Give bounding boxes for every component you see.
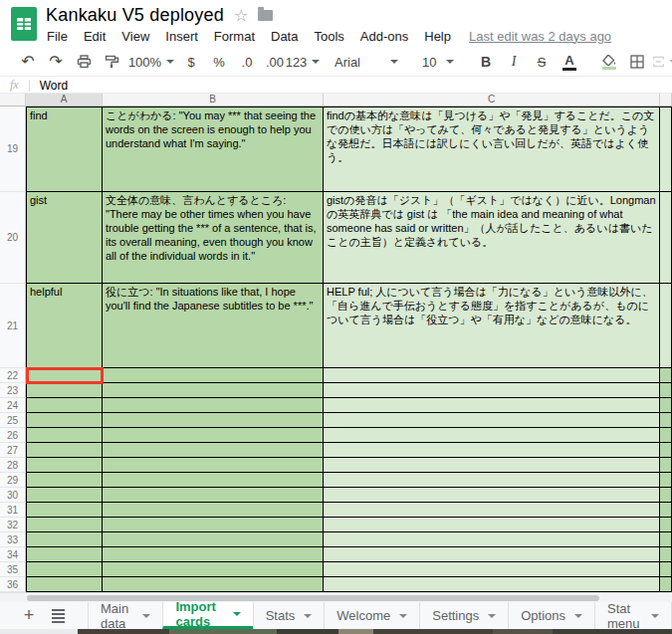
cell-note[interactable] xyxy=(324,532,660,547)
cell-d-sliver[interactable] xyxy=(660,577,672,592)
tab-import-cards[interactable]: Import cards xyxy=(162,602,252,629)
row-number[interactable]: 27 xyxy=(0,443,26,458)
sheets-logo-icon[interactable] xyxy=(11,7,37,41)
row-number[interactable]: 31 xyxy=(0,503,26,518)
cell-d-sliver[interactable] xyxy=(660,284,672,368)
row-number[interactable]: 36 xyxy=(0,577,26,592)
row-number[interactable]: 32 xyxy=(0,518,26,532)
cell-d-sliver[interactable] xyxy=(660,458,672,473)
cell-note[interactable] xyxy=(324,562,660,577)
cell-sentence[interactable] xyxy=(103,443,324,458)
cell-sentence[interactable] xyxy=(103,458,324,473)
cell-d-sliver[interactable] xyxy=(660,413,672,428)
row-number[interactable]: 29 xyxy=(0,473,26,488)
cell-d-sliver[interactable] xyxy=(660,473,672,488)
last-edit-link[interactable]: Last edit was 2 days ago xyxy=(469,29,611,44)
tab-main-data[interactable]: Main data xyxy=(88,602,162,629)
selection-box[interactable] xyxy=(26,367,104,384)
menu-tools[interactable]: Tools xyxy=(306,29,351,44)
cell-word[interactable] xyxy=(26,488,103,503)
cell-sentence[interactable] xyxy=(103,547,324,562)
cell-word[interactable] xyxy=(26,547,103,562)
cell-note[interactable] xyxy=(324,398,660,413)
cell-note[interactable] xyxy=(324,428,660,443)
cell-sentence[interactable] xyxy=(103,428,324,443)
cell-sentence[interactable] xyxy=(103,398,324,413)
borders-button[interactable] xyxy=(625,50,649,74)
cell-sentence[interactable] xyxy=(103,488,324,503)
cell-sentence[interactable]: 役に立つ: "In situations like that, I hope y… xyxy=(103,284,324,368)
formula-input[interactable]: Word xyxy=(40,79,68,93)
cell-d-sliver[interactable] xyxy=(660,383,672,398)
text-color-button[interactable]: A xyxy=(558,50,581,74)
cell-d-sliver[interactable] xyxy=(660,532,672,547)
cell-note[interactable] xyxy=(324,503,660,518)
cell-sentence[interactable] xyxy=(103,413,324,428)
cell-word[interactable] xyxy=(26,577,103,592)
redo-button[interactable]: ↷ xyxy=(44,50,68,74)
cell-sentence[interactable] xyxy=(103,383,324,398)
menu-file[interactable]: File xyxy=(39,29,76,44)
row-number[interactable]: 30 xyxy=(0,488,26,503)
cell-word[interactable] xyxy=(26,518,103,532)
document-title[interactable]: Kankaku V5 deployed xyxy=(46,5,224,26)
paint-format-button[interactable] xyxy=(100,50,123,74)
row-number[interactable]: 26 xyxy=(0,428,26,443)
cell-word[interactable] xyxy=(26,562,103,577)
cell-sentence[interactable] xyxy=(103,577,324,592)
cell-word[interactable]: find xyxy=(26,106,103,192)
cell-note[interactable]: HELP ful; 人について言う場合は「力になる」という意味以外に、「自ら進ん… xyxy=(324,284,660,368)
tab-welcome[interactable]: Welcome xyxy=(324,602,419,629)
more-formats-button[interactable]: 123 xyxy=(291,50,315,74)
percent-format-button[interactable]: % xyxy=(207,50,231,74)
font-select[interactable]: Arial xyxy=(331,50,402,74)
fill-color-button[interactable] xyxy=(597,50,621,74)
currency-format-button[interactable]: $ xyxy=(179,50,203,74)
row-number[interactable]: 23 xyxy=(0,383,26,398)
cell-note[interactable] xyxy=(324,518,660,532)
cell-word[interactable]: gist xyxy=(26,192,103,284)
tab-stat-menu[interactable]: Stat menu xyxy=(594,602,672,629)
row-number[interactable]: 20 xyxy=(0,192,26,284)
cell-d-sliver[interactable] xyxy=(660,398,672,413)
cell-d-sliver[interactable] xyxy=(660,547,672,562)
cell-word[interactable] xyxy=(26,443,103,458)
row-number[interactable]: 28 xyxy=(0,458,26,473)
menu-view[interactable]: View xyxy=(113,29,157,44)
print-button[interactable] xyxy=(72,50,96,74)
cell-sentence[interactable] xyxy=(103,518,324,532)
cell-sentence[interactable] xyxy=(103,503,324,518)
cell-note[interactable] xyxy=(324,488,660,503)
row-number[interactable]: 34 xyxy=(0,547,26,562)
menu-data[interactable]: Data xyxy=(263,29,306,44)
column-header-B[interactable]: B xyxy=(103,94,324,106)
zoom-dropdown[interactable]: 100% xyxy=(139,50,163,74)
cell-d-sliver[interactable] xyxy=(660,443,672,458)
row-number[interactable]: 19 xyxy=(0,106,26,192)
cell-sentence[interactable] xyxy=(103,473,324,488)
row-number[interactable]: 35 xyxy=(0,562,26,577)
cell-d-sliver[interactable] xyxy=(660,562,672,577)
cell-note[interactable] xyxy=(324,458,660,473)
row-number[interactable]: 22 xyxy=(0,368,26,383)
cell-d-sliver[interactable] xyxy=(660,503,672,518)
tab-stats[interactable]: Stats xyxy=(253,602,325,629)
cell-sentence[interactable]: 文全体の意味、言わんとするところ: "There may be other ti… xyxy=(103,192,324,284)
cell-note[interactable] xyxy=(324,413,660,428)
cell-note[interactable] xyxy=(324,443,660,458)
merge-cells-button[interactable] xyxy=(653,50,672,74)
row-number[interactable]: 25 xyxy=(0,413,26,428)
menu-insert[interactable]: Insert xyxy=(157,29,206,44)
cell-sentence[interactable] xyxy=(103,368,324,383)
column-header-d[interactable] xyxy=(660,94,672,106)
cell-sentence[interactable] xyxy=(103,562,324,577)
cell-word[interactable] xyxy=(26,458,103,473)
bold-button[interactable]: B xyxy=(474,50,498,74)
cell-d-sliver[interactable] xyxy=(660,192,672,284)
cell-word[interactable] xyxy=(26,398,103,413)
menu-format[interactable]: Format xyxy=(206,29,263,44)
column-header-C[interactable]: C xyxy=(324,94,660,106)
decrease-decimal-button[interactable]: .0 xyxy=(235,50,259,74)
cell-note[interactable]: findの基本的な意味は「見つける」や「発見」することだ。この文での使い方は「や… xyxy=(324,106,660,192)
cell-note[interactable]: gistの発音は「ジスト」（「ギスト」ではなく）に近い。Longmanの英英辞典… xyxy=(324,192,660,284)
